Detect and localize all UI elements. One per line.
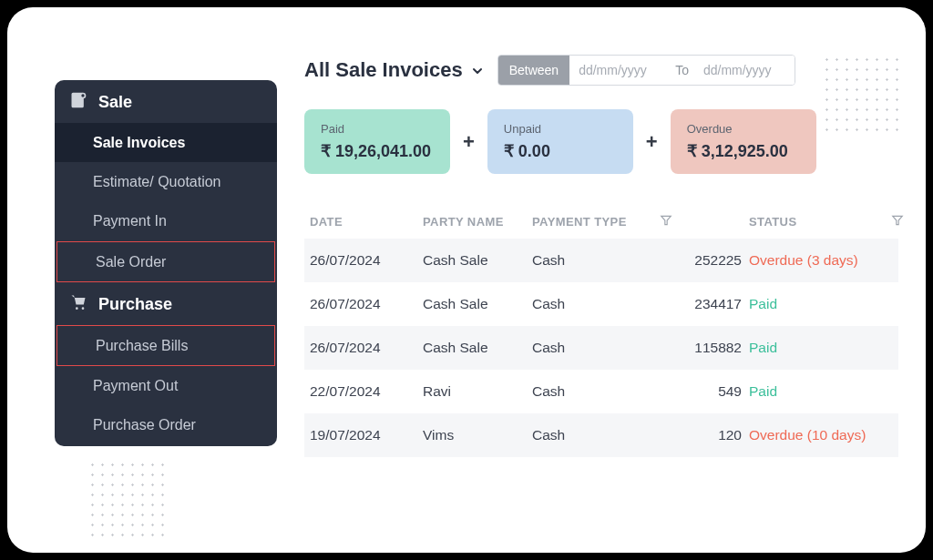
col-status: STATUS (749, 214, 904, 229)
cell-status: Paid (749, 383, 904, 400)
cell-status: Overdue (3 days) (749, 252, 904, 269)
chevron-down-icon (470, 64, 485, 78)
cell-amount: 234417 (672, 296, 749, 312)
col-date: DATE (310, 215, 423, 229)
cell-party: Cash Sale (423, 252, 532, 269)
plus-icon: + (646, 130, 658, 154)
table-row[interactable]: 19/07/2024VimsCash120Overdue (10 days) (304, 413, 898, 457)
sidebar-group-sale[interactable]: Sale (55, 80, 277, 123)
svg-marker-4 (661, 216, 672, 224)
summary-label: Overdue (687, 122, 800, 136)
table-row[interactable]: 26/07/2024Cash SaleCash115882Paid (304, 326, 898, 370)
to-label: To (670, 63, 694, 77)
cell-payment-type: Cash (532, 427, 672, 443)
cell-party: Ravi (423, 383, 532, 400)
table-header: DATE PARTY NAME PAYMENT TYPE STATUS (304, 205, 898, 239)
cell-party: Vims (423, 427, 532, 443)
cell-party: Cash Sale (423, 340, 532, 356)
invoice-table: DATE PARTY NAME PAYMENT TYPE STATUS 26/0… (304, 205, 898, 457)
col-status-label: STATUS (749, 215, 796, 229)
table-row[interactable]: 26/07/2024Cash SaleCash252225Overdue (3 … (304, 239, 898, 282)
sidebar-item-purchase-order[interactable]: Purchase Order (55, 405, 277, 444)
cell-date: 22/07/2024 (310, 383, 423, 400)
svg-marker-5 (893, 216, 903, 224)
date-from-input[interactable] (569, 56, 670, 85)
cell-payment-type: Cash (532, 383, 672, 400)
between-label: Between (498, 56, 569, 85)
sidebar-item-sale-invoices[interactable]: Sale Invoices (55, 123, 277, 162)
cell-payment-type: Cash (532, 252, 672, 269)
summary-label: Unpaid (504, 122, 617, 136)
summary-label: Paid (321, 122, 434, 136)
sidebar-item-estimate-quotation[interactable]: Estimate/ Quotation (55, 162, 277, 201)
summary-value: ₹ 0.00 (504, 141, 617, 161)
summary-card-paid[interactable]: Paid ₹ 19,26,041.00 (304, 109, 450, 174)
svg-point-3 (82, 307, 85, 310)
cell-status: Overdue (10 days) (749, 427, 904, 443)
summary-card-overdue[interactable]: Overdue ₹ 3,12,925.00 (671, 109, 816, 174)
table-row[interactable]: 22/07/2024RaviCash549Paid (304, 370, 898, 413)
cell-payment-type: Cash (532, 296, 672, 312)
sidebar-item-purchase-bills[interactable]: Purchase Bills (56, 325, 275, 366)
cell-amount: 115882 (672, 340, 749, 356)
document-icon (69, 91, 87, 114)
cell-party: Cash Sale (423, 296, 532, 312)
decorative-dots (87, 460, 169, 542)
date-range-picker: Between To (497, 55, 795, 86)
sidebar: SaleSale InvoicesEstimate/ QuotationPaym… (55, 80, 277, 446)
cell-payment-type: Cash (532, 340, 672, 356)
cart-icon (69, 293, 87, 316)
summary-value: ₹ 19,26,041.00 (321, 141, 434, 161)
col-party: PARTY NAME (423, 215, 532, 229)
cell-date: 26/07/2024 (310, 252, 423, 269)
cell-date: 19/07/2024 (310, 427, 423, 443)
cell-date: 26/07/2024 (310, 296, 423, 312)
sidebar-item-payment-in[interactable]: Payment In (55, 201, 277, 240)
sidebar-item-payment-out[interactable]: Payment Out (55, 366, 277, 405)
summary-value: ₹ 3,12,925.00 (687, 141, 800, 161)
filter-icon[interactable] (660, 214, 672, 229)
sidebar-item-sale-order[interactable]: Sale Order (56, 241, 275, 282)
table-row[interactable]: 26/07/2024Cash SaleCash234417Paid (304, 282, 898, 326)
filter-icon[interactable] (891, 214, 904, 229)
cell-date: 26/07/2024 (310, 340, 423, 356)
sidebar-group-label: Purchase (98, 295, 172, 314)
page-title: All Sale Invoices (304, 58, 463, 82)
cell-amount: 549 (672, 383, 749, 400)
col-payment-type-label: PAYMENT TYPE (532, 215, 627, 229)
cell-amount: 252225 (672, 252, 749, 269)
svg-point-2 (76, 307, 78, 310)
plus-icon: + (463, 130, 475, 154)
cell-status: Paid (749, 340, 904, 356)
cell-amount: 120 (672, 427, 749, 443)
page-title-dropdown[interactable]: All Sale Invoices (304, 58, 485, 82)
sidebar-group-purchase[interactable]: Purchase (55, 282, 277, 325)
sidebar-group-label: Sale (98, 93, 132, 112)
svg-point-1 (81, 94, 86, 98)
cell-status: Paid (749, 296, 904, 312)
main-panel: All Sale Invoices Between To Paid ₹ 19,2… (304, 55, 898, 535)
col-payment-type: PAYMENT TYPE (532, 214, 672, 229)
date-to-input[interactable] (694, 56, 795, 85)
summary-card-unpaid[interactable]: Unpaid ₹ 0.00 (487, 109, 633, 174)
